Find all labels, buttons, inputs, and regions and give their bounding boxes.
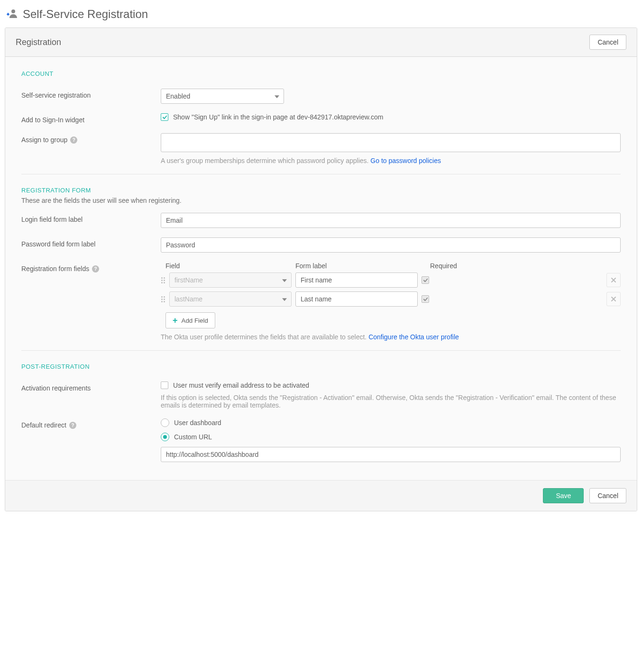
add-field-button[interactable]: + Add Field bbox=[165, 312, 215, 328]
redirect-radio-custom[interactable] bbox=[161, 433, 169, 441]
drag-handle-icon[interactable] bbox=[161, 277, 165, 283]
field-select[interactable]: lastName bbox=[169, 291, 292, 307]
widget-check-text: Show "Sign Up" link in the sign-in page … bbox=[173, 113, 383, 121]
svg-point-0 bbox=[11, 9, 15, 13]
page-title: Self-Service Registration bbox=[23, 8, 148, 21]
activation-label: Activation requirements bbox=[21, 381, 155, 392]
remove-field-button[interactable] bbox=[606, 292, 621, 306]
regform-section-title: REGISTRATION FORM bbox=[21, 187, 621, 194]
panel-heading: Registration bbox=[16, 37, 61, 47]
redirect-option-dashboard: User dashboard bbox=[174, 419, 221, 427]
redirect-url-input[interactable] bbox=[161, 447, 621, 462]
login-label: Login field form label bbox=[21, 213, 155, 223]
help-icon[interactable]: ? bbox=[70, 136, 77, 144]
regform-desc: These are the fields the user will see w… bbox=[21, 197, 621, 204]
header-field: Field bbox=[165, 262, 288, 270]
password-policies-link[interactable]: Go to password policies bbox=[370, 157, 441, 164]
header-required: Required bbox=[430, 262, 463, 270]
cancel-button-bottom[interactable]: Cancel bbox=[589, 488, 626, 503]
drag-handle-icon[interactable] bbox=[161, 296, 165, 302]
widget-checkbox[interactable] bbox=[161, 113, 168, 121]
add-field-label: Add Field bbox=[182, 317, 208, 324]
configure-profile-link[interactable]: Configure the Okta user profile bbox=[368, 333, 459, 341]
form-label-input[interactable] bbox=[295, 272, 418, 288]
save-button[interactable]: Save bbox=[543, 488, 584, 503]
activation-hint: If this option is selected, Okta sends t… bbox=[161, 394, 621, 409]
form-label-input[interactable] bbox=[295, 291, 418, 307]
redirect-radio-dashboard[interactable] bbox=[161, 418, 169, 427]
header-form-label: Form label bbox=[295, 262, 418, 270]
ssr-select[interactable]: Enabled bbox=[161, 89, 284, 104]
activation-check-text: User must verify email address to be act… bbox=[173, 381, 309, 389]
remove-field-button[interactable] bbox=[606, 273, 621, 287]
password-field-input[interactable] bbox=[161, 237, 621, 253]
required-checkbox bbox=[422, 276, 429, 284]
registration-panel: Registration Cancel ACCOUNT Self-service… bbox=[5, 27, 637, 511]
account-section-title: ACCOUNT bbox=[21, 70, 621, 77]
widget-label: Add to Sign-In widget bbox=[21, 113, 155, 124]
self-service-icon bbox=[7, 8, 18, 21]
assign-group-label: Assign to group bbox=[21, 136, 67, 144]
redirect-label: Default redirect bbox=[21, 421, 66, 429]
assign-hint-text: A user's group memberships determine whi… bbox=[161, 157, 370, 164]
field-select[interactable]: firstName bbox=[169, 272, 292, 288]
redirect-option-custom: Custom URL bbox=[174, 433, 212, 441]
assign-group-input[interactable] bbox=[161, 133, 621, 152]
field-row: firstName bbox=[161, 272, 621, 288]
regfields-label: Registration form fields bbox=[21, 265, 89, 272]
ssr-label: Self-service registration bbox=[21, 89, 155, 99]
help-icon[interactable]: ? bbox=[69, 422, 76, 429]
cancel-button-top[interactable]: Cancel bbox=[589, 35, 626, 50]
password-label: Password field form label bbox=[21, 237, 155, 248]
help-icon[interactable]: ? bbox=[92, 265, 99, 272]
divider bbox=[21, 350, 621, 351]
postreg-section-title: POST-REGISTRATION bbox=[21, 363, 621, 370]
regfields-hint-text: The Okta user profile determines the fie… bbox=[161, 333, 368, 341]
login-field-input[interactable] bbox=[161, 213, 621, 228]
plus-icon: + bbox=[173, 316, 178, 325]
divider bbox=[21, 174, 621, 174]
required-checkbox bbox=[422, 295, 429, 303]
field-row: lastName bbox=[161, 291, 621, 307]
activation-checkbox[interactable] bbox=[161, 381, 168, 389]
